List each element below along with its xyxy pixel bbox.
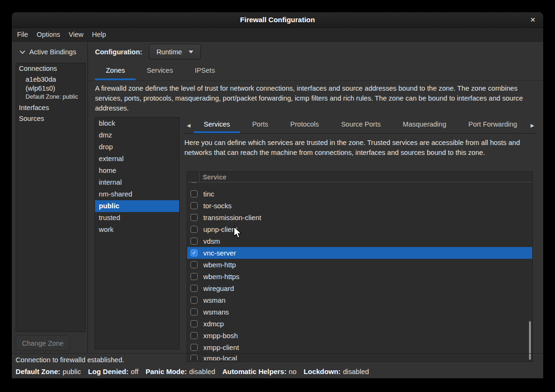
sidebar-tree-item[interactable]: Interfaces: [16, 102, 85, 113]
service-checkbox[interactable]: ✓: [191, 202, 198, 209]
zone-list: block dmz drop external home internal nm…: [95, 117, 180, 349]
main-tab[interactable]: Services: [136, 62, 184, 80]
service-name: wsman: [203, 297, 225, 304]
service-row[interactable]: ✓ xdmcp: [187, 318, 532, 330]
service-name: upnp-client: [203, 226, 237, 233]
zone-row[interactable]: block: [95, 118, 179, 129]
service-checkbox[interactable]: [191, 182, 198, 183]
service-checkbox[interactable]: ✓: [191, 190, 198, 197]
zone-settings-tab[interactable]: Source Ports: [331, 117, 390, 133]
service-row[interactable]: ✓ wbem-https: [187, 271, 532, 282]
service-checkbox[interactable]: ✓: [191, 344, 198, 351]
zone-settings-tab[interactable]: Services: [194, 117, 240, 133]
service-row[interactable]: ✓ upnp-client: [187, 223, 532, 235]
zone-row[interactable]: drop: [95, 141, 179, 153]
status-field: Panic Mode:disabled: [146, 368, 215, 375]
service-row[interactable]: ✓ tinc: [187, 188, 532, 200]
service-row[interactable]: ✓ wireguard: [187, 282, 532, 294]
service-column-header[interactable]: Service: [199, 173, 226, 181]
sidebar-tree-item[interactable]: a1eb30da (wlp61s0): [16, 74, 85, 94]
service-name: vdsm: [203, 238, 220, 245]
service-rows: ✓ tinc ✓ tor-socks ✓ transmission-client: [187, 188, 532, 353]
zone-settings-tab[interactable]: Masquerading: [393, 117, 456, 133]
zone-settings-tab[interactable]: Protocols: [280, 117, 329, 133]
service-checkbox[interactable]: ✓: [191, 261, 198, 268]
service-row[interactable]: ✓ tor-socks: [187, 200, 532, 212]
menu-item[interactable]: Help: [88, 28, 111, 42]
service-row[interactable]: ✓ xmpp-bosh: [187, 330, 532, 341]
configuration-value: Runtime: [156, 48, 182, 56]
titlebar[interactable]: Firewall Configuration ✕: [12, 12, 543, 28]
service-checkbox[interactable]: ✓: [191, 332, 198, 339]
zone-settings-tab[interactable]: Ports: [242, 117, 278, 133]
checkbox-column-header: [187, 172, 199, 182]
service-checkbox[interactable]: ✓: [191, 320, 198, 327]
close-icon[interactable]: ✕: [527, 14, 538, 26]
service-name: vnc-server: [203, 249, 236, 257]
service-checkbox[interactable]: ✓: [191, 285, 198, 292]
configuration-dropdown[interactable]: Runtime: [149, 44, 201, 60]
scroll-right-icon[interactable]: ▶: [527, 117, 538, 133]
sidebar-tree-item[interactable]: Sources: [16, 113, 85, 124]
status-field: Default Zone:public: [16, 368, 81, 375]
service-list-header: Service: [187, 172, 532, 182]
active-bindings-header[interactable]: Active Bindings: [12, 42, 87, 62]
status-field: Automatic Helpers:no: [222, 368, 296, 375]
service-row[interactable]: ✓ wbem-http: [187, 259, 532, 271]
service-checkbox[interactable]: ✓: [191, 226, 198, 233]
service-checkbox[interactable]: ✓: [191, 249, 198, 256]
main-tab[interactable]: IPSets: [184, 62, 226, 80]
zone-row[interactable]: dmz: [95, 129, 179, 141]
service-name: wireguard: [203, 285, 234, 292]
zone-row[interactable]: trusted: [95, 212, 179, 224]
service-checkbox[interactable]: ✓: [191, 238, 198, 245]
service-list: Service tile38 ✓ tinc ✓ t: [187, 171, 533, 362]
service-checkbox[interactable]: ✓: [191, 297, 198, 304]
service-checkbox[interactable]: ✓: [191, 273, 198, 280]
service-name: xmpp-local: [203, 355, 237, 361]
menu-item[interactable]: Options: [32, 28, 64, 42]
service-row-partial[interactable]: tile38: [187, 182, 532, 188]
menu-item[interactable]: File: [13, 28, 32, 42]
scroll-left-icon[interactable]: ◀: [183, 117, 194, 133]
caret-down-icon: [189, 51, 193, 53]
service-name: wsmans: [203, 308, 229, 316]
service-name: xmpp-client: [203, 344, 239, 351]
status-message: Connection to firewalld established.: [16, 356, 124, 364]
configuration-label: Configuration:: [95, 48, 142, 56]
bindings-tree: Connections a1eb30da (wlp61s0) Default Z…: [16, 63, 86, 332]
statusbar-separator: [12, 353, 543, 354]
service-row[interactable]: ✓ vdsm: [187, 235, 532, 247]
service-row[interactable]: ✓ transmission-client: [187, 212, 532, 223]
status-field-value: no: [289, 368, 296, 375]
zone-tab-bar: ◀ Services Ports Protocols Source Ports …: [183, 117, 538, 134]
sidebar-tree-item[interactable]: Connections: [16, 63, 85, 74]
zone-row[interactable]: internal: [95, 177, 179, 188]
sidebar-tree-item[interactable]: Default Zone: public: [16, 93, 85, 102]
change-zone-button[interactable]: Change Zone: [16, 335, 70, 351]
main-tab[interactable]: Zones: [95, 62, 136, 80]
zone-settings-tab[interactable]: Port Forwarding: [459, 117, 527, 133]
service-row[interactable]: ✓ wsman: [187, 294, 532, 306]
zone-row[interactable]: nm-shared: [95, 188, 179, 200]
service-checkbox[interactable]: ✓: [191, 308, 198, 315]
zone-row[interactable]: public: [95, 200, 179, 212]
service-row-partial[interactable]: xmpp-local: [187, 353, 532, 360]
service-row[interactable]: ✓ vnc-server: [187, 247, 532, 259]
chevron-down-icon[interactable]: [19, 48, 26, 56]
service-checkbox[interactable]: [191, 355, 198, 360]
service-row[interactable]: ✓ xmpp-client: [187, 341, 532, 353]
zone-row[interactable]: home: [95, 165, 179, 177]
menu-item[interactable]: View: [64, 28, 87, 42]
zone-row[interactable]: external: [95, 153, 179, 165]
main-tab-bar: Zones Services IPSets: [88, 62, 543, 81]
service-row[interactable]: ✓ wsmans: [187, 306, 532, 318]
status-field-value: disabled: [343, 368, 369, 375]
vertical-scrollbar[interactable]: [529, 321, 531, 360]
zone-row[interactable]: work: [95, 224, 179, 236]
window-title: Firewall Configuration: [12, 12, 543, 27]
service-name: xdmcp: [203, 320, 224, 328]
service-name: tile38: [203, 182, 220, 183]
menubar: File Options View Help: [12, 28, 543, 42]
service-checkbox[interactable]: ✓: [191, 214, 198, 221]
